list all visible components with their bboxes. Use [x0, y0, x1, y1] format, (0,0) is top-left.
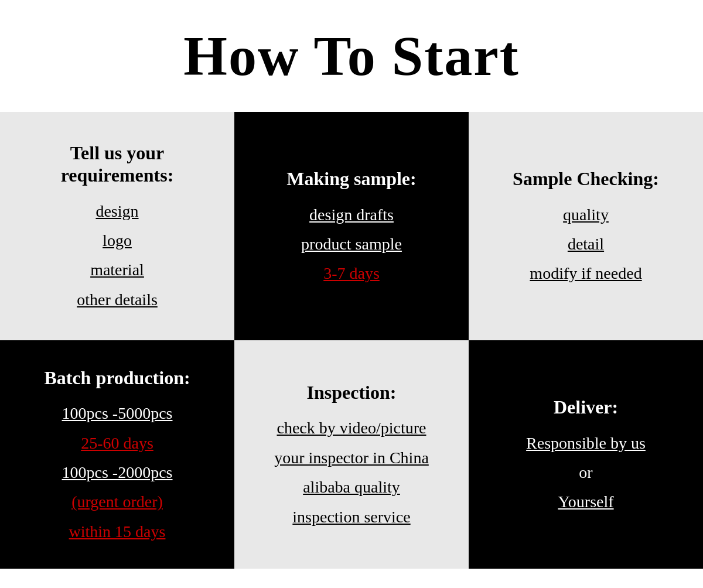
list-item-within: within 15 days: [69, 521, 166, 542]
cell-sample-checking-list: quality detail modify if needed: [486, 204, 685, 285]
cell-requirements-list: design logo material other details: [18, 201, 217, 311]
list-item-urgent: (urgent order): [71, 491, 163, 512]
list-item: other details: [77, 289, 158, 310]
list-item: check by video/picture: [277, 418, 426, 439]
list-item-or: or: [579, 462, 592, 483]
cell-deliver: Deliver: Responsible by us or Yourself: [469, 340, 703, 569]
cell-sample-checking: Sample Checking: quality detail modify i…: [469, 112, 703, 340]
cell-inspection-heading: Inspection:: [307, 381, 397, 404]
page-wrapper: How To Start Tell us your requirements: …: [0, 0, 703, 569]
main-grid: Tell us your requirements: design logo m…: [0, 112, 703, 569]
list-item: design drafts: [309, 204, 394, 225]
cell-batch-production: Batch production: 100pcs -5000pcs 25-60 …: [0, 340, 234, 569]
header-section: How To Start: [0, 0, 703, 112]
cell-making-sample: Making sample: design drafts product sam…: [234, 112, 469, 340]
list-item: alibaba quality: [303, 477, 400, 498]
list-item-days: 25-60 days: [81, 433, 153, 454]
cell-making-sample-list: design drafts product sample 3-7 days: [252, 204, 451, 285]
cell-inspection: Inspection: check by video/picture your …: [234, 340, 469, 569]
list-item: design: [95, 201, 138, 222]
cell-batch-production-heading: Batch production:: [44, 367, 190, 389]
list-item-responsible: Responsible by us: [526, 433, 646, 454]
cell-sample-checking-heading: Sample Checking:: [513, 167, 659, 190]
cell-requirements: Tell us your requirements: design logo m…: [0, 112, 234, 340]
list-item: detail: [568, 234, 604, 255]
cell-deliver-heading: Deliver:: [554, 396, 618, 418]
list-item: modify if needed: [530, 263, 641, 284]
cell-batch-production-list: 100pcs -5000pcs 25-60 days 100pcs -2000p…: [18, 403, 217, 542]
list-item: material: [90, 259, 144, 281]
cell-inspection-list: check by video/picture your inspector in…: [252, 418, 451, 528]
list-item: product sample: [301, 234, 402, 255]
list-item: logo: [103, 230, 132, 251]
cell-making-sample-heading: Making sample:: [286, 167, 416, 190]
list-item: your inspector in China: [274, 447, 429, 469]
list-item: 100pcs -2000pcs: [62, 462, 173, 483]
list-item-yourself: Yourself: [558, 491, 613, 512]
cell-deliver-list: Responsible by us or Yourself: [486, 433, 685, 513]
list-item: inspection service: [292, 507, 410, 528]
list-item-days: 3-7 days: [323, 263, 380, 284]
page-title: How To Start: [12, 23, 691, 88]
list-item: quality: [563, 204, 609, 225]
cell-requirements-heading: Tell us your requirements:: [18, 142, 217, 187]
list-item: 100pcs -5000pcs: [62, 403, 173, 424]
